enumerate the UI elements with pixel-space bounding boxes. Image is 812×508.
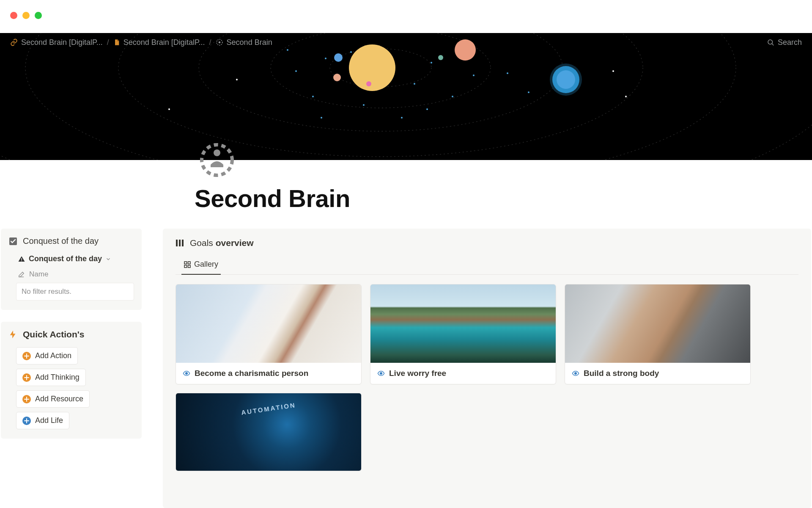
goal-thumbnail — [176, 393, 361, 471]
search-icon — [767, 39, 774, 46]
svg-point-36 — [218, 41, 220, 44]
goals-panel: Goals overview Gallery Become a charisma… — [163, 229, 811, 508]
svg-point-9 — [325, 58, 326, 59]
svg-rect-0 — [0, 33, 812, 160]
add-resource-button[interactable]: Add Resource — [16, 390, 90, 408]
search-label: Search — [778, 38, 802, 47]
quick-actions-title-row: Quick Action's — [8, 329, 134, 340]
conquest-widget: Conquest of the day Conquest of the day … — [1, 229, 142, 310]
svg-rect-42 — [176, 240, 178, 246]
cover-image — [0, 33, 812, 160]
page-icon[interactable] — [199, 142, 235, 178]
conquest-view-selector[interactable]: Conquest of the day — [8, 254, 134, 263]
svg-rect-43 — [179, 240, 181, 246]
svg-point-28 — [333, 74, 341, 81]
goal-thumbnail — [176, 284, 361, 363]
breadcrumb-label: Second Brain — [227, 38, 272, 47]
eye-icon — [377, 370, 385, 377]
button-label: Add Resource — [35, 395, 83, 403]
add-thinking-button[interactable]: Add Thinking — [16, 369, 86, 386]
svg-point-12 — [452, 96, 453, 97]
conquest-subtitle: Conquest of the day — [29, 254, 102, 263]
search-button[interactable]: Search — [767, 38, 802, 47]
svg-point-18 — [426, 108, 428, 110]
svg-point-23 — [612, 70, 614, 72]
document-icon — [113, 39, 120, 46]
goals-gallery: Become a charismatic person Live worry f… — [176, 284, 798, 471]
goal-thumbnail — [370, 284, 556, 363]
goal-title: Live worry free — [389, 369, 446, 378]
breadcrumb-label: Second Brain [DigitalP... — [123, 38, 205, 47]
eye-icon — [183, 370, 190, 377]
svg-point-50 — [380, 373, 382, 375]
maximize-window-icon[interactable] — [35, 12, 42, 19]
svg-rect-40 — [21, 258, 22, 260]
svg-point-51 — [575, 373, 577, 375]
edit-icon — [18, 271, 25, 278]
add-action-button[interactable]: Add Action — [16, 347, 78, 364]
conquest-title: Conquest of the day — [23, 236, 99, 246]
breadcrumb-item-1[interactable]: Second Brain [DigitalP... — [113, 38, 205, 47]
link-icon — [10, 39, 18, 46]
svg-rect-41 — [21, 260, 22, 261]
svg-point-24 — [625, 96, 627, 97]
add-life-button[interactable]: Add Life — [16, 412, 69, 429]
svg-rect-46 — [188, 262, 191, 264]
goal-card[interactable]: Build a strong body — [565, 284, 751, 384]
conquest-name-label: Name — [29, 270, 48, 279]
svg-point-34 — [557, 70, 575, 89]
breadcrumb-separator-icon: / — [209, 38, 211, 47]
quick-actions-widget: Quick Action's Add Action Add Thinking A… — [1, 322, 142, 439]
tab-label: Gallery — [194, 260, 218, 269]
checkbox-icon[interactable] — [8, 237, 18, 246]
goal-card[interactable]: Live worry free — [370, 284, 556, 384]
svg-point-7 — [295, 70, 297, 72]
goals-heading: Goals overview — [176, 238, 798, 248]
goals-title-b: overview — [216, 238, 254, 248]
conquest-title-row: Conquest of the day — [8, 236, 134, 246]
goal-card[interactable]: Become a charismatic person — [176, 284, 362, 384]
target-icon — [216, 39, 223, 46]
minimize-window-icon[interactable] — [22, 12, 30, 19]
svg-rect-45 — [184, 262, 187, 264]
plus-circle-icon — [22, 352, 31, 360]
svg-point-22 — [236, 79, 238, 80]
breadcrumb-item-0[interactable]: Second Brain [DigitalP... — [10, 38, 103, 47]
svg-rect-44 — [182, 240, 184, 246]
chevron-down-icon — [105, 256, 111, 262]
svg-point-27 — [334, 53, 343, 62]
goal-thumbnail — [565, 284, 750, 363]
page-title: Second Brain — [195, 184, 350, 213]
conquest-name-column[interactable]: Name — [8, 270, 134, 279]
breadcrumb-label: Second Brain [DigitalP... — [21, 38, 103, 47]
breadcrumb-bar: Second Brain [DigitalP... / Second Brain… — [0, 33, 812, 52]
goals-title-a: Goals — [190, 238, 213, 248]
svg-rect-48 — [188, 265, 191, 268]
svg-point-16 — [321, 117, 322, 119]
conquest-empty-state: No filter results. — [16, 283, 134, 301]
svg-point-10 — [414, 83, 415, 85]
svg-point-8 — [312, 96, 314, 97]
quick-actions-title: Quick Action's — [23, 329, 84, 340]
goal-title: Build a strong body — [584, 369, 659, 378]
svg-point-14 — [363, 104, 365, 106]
plus-circle-icon — [22, 417, 31, 425]
svg-point-13 — [473, 75, 475, 76]
window-traffic-lights — [10, 12, 42, 19]
svg-point-25 — [168, 108, 170, 110]
svg-point-31 — [438, 55, 443, 60]
button-label: Add Life — [35, 416, 63, 425]
goal-title: Become a charismatic person — [195, 369, 308, 378]
svg-rect-47 — [184, 265, 187, 268]
svg-point-29 — [366, 81, 371, 86]
svg-point-17 — [401, 117, 403, 119]
conquest-empty-text: No filter results. — [22, 287, 71, 295]
svg-point-38 — [202, 145, 232, 175]
goal-card[interactable] — [176, 393, 362, 471]
svg-point-49 — [186, 373, 188, 375]
close-window-icon[interactable] — [10, 12, 17, 19]
button-label: Add Action — [35, 351, 71, 360]
breadcrumb-item-2[interactable]: Second Brain — [216, 38, 272, 47]
tab-gallery[interactable]: Gallery — [181, 257, 221, 275]
button-label: Add Thinking — [35, 373, 80, 382]
